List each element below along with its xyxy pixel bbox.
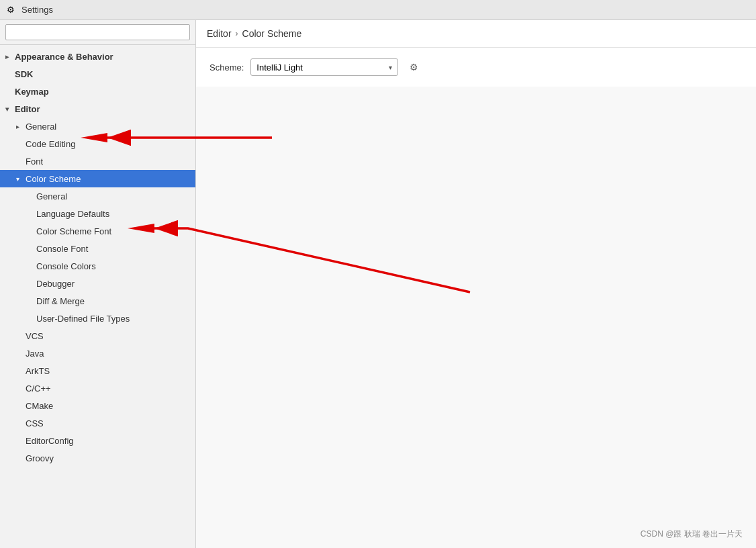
sidebar-label-appearance: Appearance & Behavior xyxy=(15,52,113,62)
sidebar-item-code-editing[interactable]: Code Editing xyxy=(0,135,195,152)
sidebar-item-font[interactable]: Font xyxy=(0,152,195,170)
sidebar-label-groovy: Groovy xyxy=(26,453,54,463)
scheme-value: IntelliJ Light xyxy=(256,62,303,73)
sidebar-item-console-font[interactable]: Console Font xyxy=(0,240,195,257)
sidebar-item-general[interactable]: General xyxy=(0,118,195,135)
sidebar-label-code-editing: Code Editing xyxy=(26,139,75,149)
scheme-gear-button[interactable]: ⚙ xyxy=(405,58,422,76)
right-icon xyxy=(5,53,13,60)
down-icon xyxy=(5,105,13,113)
breadcrumb-separator: › xyxy=(236,29,238,38)
sidebar-label-console-colors: Console Colors xyxy=(36,261,96,271)
sidebar-item-java[interactable]: Java xyxy=(0,345,195,362)
sidebar: Appearance & BehaviorSDKKeymapEditorGene… xyxy=(0,20,196,548)
breadcrumb-current: Color Scheme xyxy=(242,28,302,39)
window-title: Settings xyxy=(21,5,53,15)
sidebar-label-language-defaults: Language Defaults xyxy=(36,209,109,219)
sidebar-item-editor[interactable]: Editor xyxy=(0,100,195,118)
sidebar-item-language-defaults[interactable]: Language Defaults xyxy=(0,205,195,222)
settings-icon: ⚙ xyxy=(7,5,17,15)
sidebar-label-cmake: CMake xyxy=(26,401,53,411)
scheme-dropdown[interactable]: IntelliJ Light ▾ xyxy=(250,58,398,76)
sidebar-item-console-colors[interactable]: Console Colors xyxy=(0,257,195,275)
sidebar-label-arkts: ArkTS xyxy=(26,366,50,376)
sidebar-item-color-scheme-font[interactable]: Color Scheme Font xyxy=(0,222,195,240)
sidebar-item-appearance[interactable]: Appearance & Behavior xyxy=(0,48,195,65)
sidebar-item-debugger[interactable]: Debugger xyxy=(0,275,195,292)
sidebar-label-color-scheme-font: Color Scheme Font xyxy=(36,226,111,236)
breadcrumb-parent: Editor xyxy=(207,28,232,39)
right-icon xyxy=(16,123,24,130)
sidebar-item-cs-general[interactable]: General xyxy=(0,187,195,205)
scheme-label: Scheme: xyxy=(209,62,244,73)
sidebar-label-cs-general: General xyxy=(36,191,67,201)
content-body xyxy=(196,87,756,548)
sidebar-tree: Appearance & BehaviorSDKKeymapEditorGene… xyxy=(0,45,195,548)
sidebar-item-diff-merge[interactable]: Diff & Merge xyxy=(0,292,195,310)
sidebar-label-editorconfig: EditorConfig xyxy=(26,436,74,446)
content-area: Editor › Color Scheme Scheme: IntelliJ L… xyxy=(196,20,756,548)
sidebar-label-color-scheme: Color Scheme xyxy=(26,174,81,184)
search-input[interactable] xyxy=(5,24,190,40)
sidebar-label-keymap: Keymap xyxy=(15,87,49,97)
chevron-down-icon: ▾ xyxy=(389,64,392,71)
search-bar xyxy=(0,20,195,45)
sidebar-item-cmake[interactable]: CMake xyxy=(0,397,195,414)
main-container: Appearance & BehaviorSDKKeymapEditorGene… xyxy=(0,20,756,548)
sidebar-item-cpp[interactable]: C/C++ xyxy=(0,379,195,397)
sidebar-label-cpp: C/C++ xyxy=(26,383,51,394)
sidebar-item-sdk[interactable]: SDK xyxy=(0,65,195,83)
sidebar-label-editor: Editor xyxy=(15,104,40,114)
sidebar-label-general: General xyxy=(26,122,56,132)
sidebar-item-user-defined[interactable]: User-Defined File Types xyxy=(0,310,195,327)
breadcrumb-bar: Editor › Color Scheme xyxy=(196,20,756,48)
sidebar-item-editorconfig[interactable]: EditorConfig xyxy=(0,432,195,449)
sidebar-item-color-scheme[interactable]: Color Scheme xyxy=(0,170,195,187)
sidebar-label-debugger: Debugger xyxy=(36,279,75,289)
sidebar-label-java: Java xyxy=(26,349,44,359)
sidebar-label-diff-merge: Diff & Merge xyxy=(36,296,85,306)
scheme-row: Scheme: IntelliJ Light ▾ ⚙ xyxy=(196,48,756,87)
sidebar-label-console-font: Console Font xyxy=(36,244,88,254)
sidebar-item-groovy[interactable]: Groovy xyxy=(0,449,195,467)
sidebar-item-css[interactable]: CSS xyxy=(0,414,195,432)
sidebar-label-user-defined: User-Defined File Types xyxy=(36,314,130,324)
sidebar-item-keymap[interactable]: Keymap xyxy=(0,83,195,100)
sidebar-item-vcs[interactable]: VCS xyxy=(0,327,195,345)
down-icon xyxy=(16,175,24,183)
sidebar-item-arkts[interactable]: ArkTS xyxy=(0,362,195,379)
sidebar-label-css: CSS xyxy=(26,418,44,428)
sidebar-label-sdk: SDK xyxy=(15,69,33,79)
sidebar-label-vcs: VCS xyxy=(26,331,44,341)
title-bar: ⚙ Settings xyxy=(0,0,756,20)
sidebar-label-font: Font xyxy=(26,156,43,167)
